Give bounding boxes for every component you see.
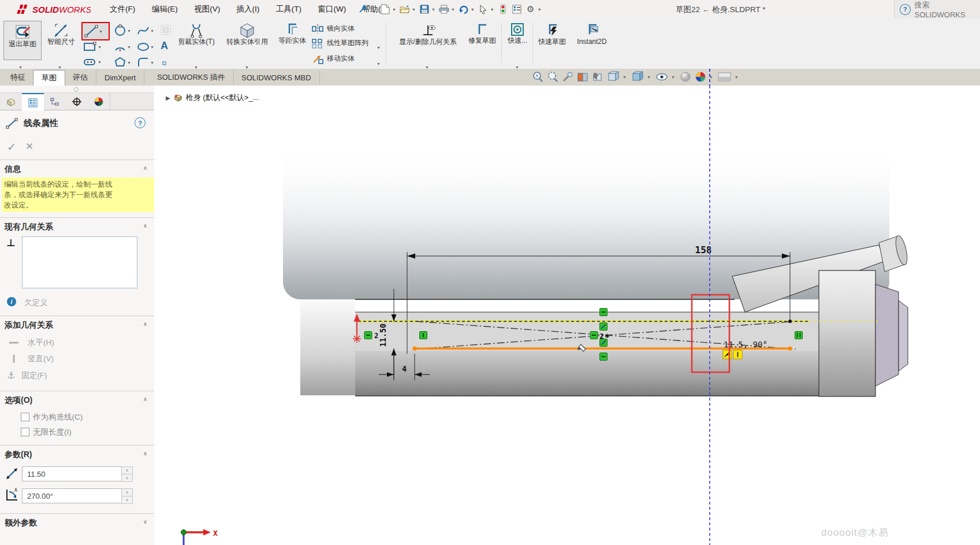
- menu-window[interactable]: 窗口(W): [311, 0, 353, 18]
- tab-sketch[interactable]: 草图: [33, 70, 65, 86]
- move-entities-button[interactable]: 移动实体: [312, 54, 355, 64]
- rectangle-tool-button[interactable]: ▼: [83, 40, 102, 54]
- menu-edit[interactable]: 编辑(E): [145, 0, 185, 18]
- display-style-dropdown[interactable]: ▼: [647, 75, 651, 79]
- new-dropdown[interactable]: ▼: [392, 8, 396, 12]
- settings-gear-icon[interactable]: ⚙: [524, 3, 537, 16]
- tab-evaluate[interactable]: 评估: [65, 70, 96, 85]
- apply-scene-icon[interactable]: [717, 71, 732, 83]
- section-existing-relations-header[interactable]: 现有几何关系: [5, 222, 53, 232]
- length-spin-down[interactable]: ∨: [121, 474, 133, 482]
- relation-vertical-item[interactable]: 竖直(V): [8, 354, 54, 364]
- help-icon[interactable]: ?: [900, 4, 911, 15]
- view-orientation-dropdown[interactable]: ▼: [623, 75, 627, 79]
- ellipse-tool-dropdown[interactable]: ▼: [150, 45, 154, 49]
- quick-snaps-button[interactable]: 快速...: [505, 22, 530, 45]
- repair-sketch-button[interactable]: 修复草图: [467, 22, 498, 45]
- magnified-selection-icon[interactable]: [561, 71, 574, 83]
- text-tool-button[interactable]: A: [161, 40, 168, 52]
- infinite-length-checkbox[interactable]: [21, 428, 29, 436]
- section-info-collapse-icon[interactable]: ∧: [143, 165, 147, 171]
- tab-solidworks-mbd[interactable]: SOLIDWORKS MBD: [233, 70, 320, 85]
- spline-tool-dropdown[interactable]: ▼: [150, 29, 154, 33]
- sketch-picture-button[interactable]: [159, 24, 172, 39]
- rectangle-tool-dropdown[interactable]: ▼: [98, 45, 102, 49]
- display-style-icon[interactable]: [631, 71, 644, 83]
- panel-grip[interactable]: [0, 86, 154, 93]
- linear-pattern-button[interactable]: 线性草图阵列: [312, 38, 368, 49]
- print-icon[interactable]: [438, 3, 450, 16]
- section-parameters-collapse-icon[interactable]: ∧: [143, 450, 147, 457]
- smart-dimension-button[interactable]: 智能尺寸: [44, 22, 79, 46]
- section-parameters-header[interactable]: 参数(R): [5, 450, 32, 460]
- tab-propertymanager[interactable]: [22, 93, 44, 111]
- section-additional-parameters-expand-icon[interactable]: ∨: [143, 518, 147, 525]
- exit-sketch-button[interactable]: 退出草图: [3, 21, 42, 60]
- model-gun-body[interactable]: [283, 144, 910, 396]
- section-add-relations-collapse-icon[interactable]: ∧: [143, 321, 147, 327]
- fillet-tool-dropdown[interactable]: ▼: [150, 61, 154, 65]
- appearances-icon[interactable]: [679, 71, 692, 83]
- edit-appearance-icon[interactable]: [694, 71, 707, 83]
- move-entities-dropdown[interactable]: ▼: [377, 57, 382, 68]
- slot-tool-button[interactable]: ▼: [83, 56, 102, 68]
- angle-value-input[interactable]: 270.00°: [22, 488, 125, 503]
- construction-line-checkbox[interactable]: [21, 413, 29, 421]
- arc-tool-dropdown[interactable]: ▼: [127, 45, 131, 49]
- select-cursor-icon[interactable]: [477, 3, 490, 16]
- spline-tool-button[interactable]: ▼: [136, 24, 154, 38]
- instant2d-button[interactable]: Instant2D: [572, 22, 612, 46]
- length-spin-up[interactable]: ∧: [121, 466, 133, 474]
- new-document-icon[interactable]: [379, 3, 392, 16]
- tab-features[interactable]: 特征: [2, 70, 34, 85]
- section-existing-relations-collapse-icon[interactable]: ∧: [143, 223, 147, 229]
- menu-view[interactable]: 视图(V): [187, 0, 227, 18]
- graphics-viewport[interactable]: ▶ 枪身 (默认<<默认>_...: [154, 86, 980, 545]
- slot-tool-dropdown[interactable]: ▼: [98, 60, 102, 64]
- rear-block[interactable]: [819, 270, 875, 396]
- fillet-tool-button[interactable]: ▼: [136, 56, 154, 69]
- pm-ok-button[interactable]: ✓: [7, 140, 16, 154]
- save-dropdown[interactable]: ▼: [431, 8, 435, 12]
- rapid-sketch-button[interactable]: 快速草图: [536, 22, 568, 46]
- select-dropdown[interactable]: ▼: [490, 8, 494, 12]
- section-options-collapse-icon[interactable]: ∧: [143, 396, 147, 402]
- angle-spin-up[interactable]: ∧: [121, 488, 133, 496]
- display-delete-relations-button[interactable]: 显示/删除几何关系: [392, 22, 464, 46]
- menu-file[interactable]: 文件(F): [103, 0, 142, 18]
- section-options-header[interactable]: 选项(O): [5, 395, 32, 406]
- mirror-entities-button[interactable]: 镜向实体: [312, 24, 355, 34]
- zoom-to-area-icon[interactable]: [546, 71, 559, 83]
- tab-featuremanager-tree[interactable]: [0, 93, 23, 110]
- section-view-icon[interactable]: [576, 71, 589, 83]
- section-additional-parameters-header[interactable]: 额外参数: [5, 518, 37, 528]
- relation-fix-item[interactable]: ⚓ 固定(F): [7, 370, 47, 381]
- tab-dimxpertmanager[interactable]: [66, 93, 88, 110]
- pm-help-icon[interactable]: ?: [135, 117, 146, 128]
- rear-facet[interactable]: [875, 284, 899, 386]
- pin-menu-icon[interactable]: [358, 3, 368, 16]
- point-tool-button[interactable]: [162, 58, 167, 69]
- dynamic-annotation-icon[interactable]: [591, 71, 604, 83]
- convert-entities-button[interactable]: 转换实体引用: [221, 22, 274, 46]
- tab-dimxpert[interactable]: DimXpert: [96, 70, 144, 85]
- length-value-input[interactable]: 11.50: [22, 466, 125, 481]
- save-icon[interactable]: [418, 3, 431, 16]
- relation-badge-origin[interactable]: 2: [364, 332, 378, 340]
- circle-tool-button[interactable]: ▼: [113, 24, 131, 38]
- pm-cancel-button[interactable]: ✕: [25, 140, 33, 153]
- angle-spin-down[interactable]: ∨: [121, 496, 133, 504]
- open-document-icon[interactable]: [398, 3, 411, 16]
- ellipse-tool-button[interactable]: ▼: [136, 40, 154, 54]
- line-tool-dropdown[interactable]: ▼: [99, 29, 103, 34]
- arc-tool-button[interactable]: ▼: [113, 40, 131, 54]
- menu-insert[interactable]: 插入(I): [230, 0, 267, 18]
- open-dropdown[interactable]: ▼: [412, 8, 416, 12]
- polygon-tool-button[interactable]: ▼: [113, 56, 131, 69]
- tab-solidworks-addins[interactable]: SOLIDWORKS 插件: [149, 70, 234, 85]
- undo-dropdown[interactable]: ▼: [471, 8, 475, 12]
- tab-displaymanager[interactable]: [88, 93, 110, 110]
- apply-scene-dropdown[interactable]: ▼: [735, 75, 739, 79]
- tab-configurationmanager[interactable]: [44, 93, 66, 110]
- trim-entities-button[interactable]: 剪裁实体(T): [174, 22, 218, 46]
